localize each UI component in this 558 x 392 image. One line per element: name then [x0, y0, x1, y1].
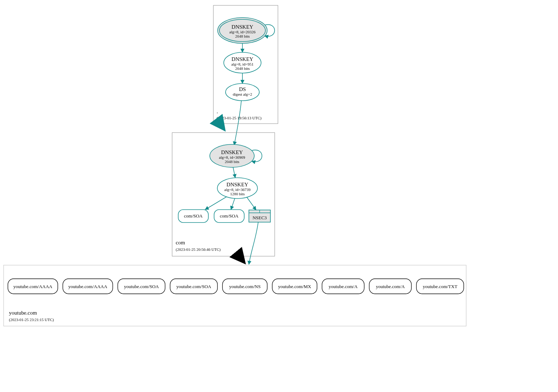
root-ds-title: DS: [239, 86, 246, 92]
edge-root-to-com-delegation: [219, 123, 224, 129]
rrset-label: youtube.com/AAAA: [13, 284, 52, 289]
com-nsec3-label: NSEC3: [252, 215, 267, 220]
rrset-pill[interactable]: youtube.com/SOA: [170, 279, 217, 294]
root-ds-alg: digest alg=2: [233, 92, 252, 96]
zone-com-title: com: [176, 240, 185, 245]
node-com-nsec3[interactable]: NSEC3: [249, 210, 270, 222]
zone-youtube-timestamp: (2023-01-25 23:21:15 UTC): [9, 317, 54, 322]
node-com-zsk[interactable]: DNSKEY alg=8, id=36739 1280 bits: [217, 178, 257, 199]
rrset-label: youtube.com/NS: [229, 284, 261, 289]
dnssec-diagram: DNSKEY alg=8, id=20326 2048 bits DNSKEY …: [0, 0, 558, 392]
zone-root-title: .: [217, 109, 218, 114]
rrset-label: youtube.com/TXT: [423, 284, 457, 289]
edge-com-ksk-to-zsk: [233, 167, 235, 178]
com-ksk-alg: alg=8, id=30909: [219, 155, 245, 159]
rrset-pill[interactable]: youtube.com/SOA: [118, 279, 165, 294]
rrset-pill[interactable]: youtube.com/A: [322, 279, 364, 294]
node-com-ksk[interactable]: DNSKEY alg=8, id=30909 2048 bits: [210, 144, 254, 167]
rrset-label: youtube.com/SOA: [124, 284, 159, 289]
rrset-pill[interactable]: youtube.com/NS: [222, 279, 267, 294]
node-root-ksk[interactable]: DNSKEY alg=8, id=20326 2048 bits: [218, 18, 267, 43]
rrset-pill[interactable]: youtube.com/AAAA: [63, 279, 113, 294]
zone-com-timestamp: (2023-01-25 20:56:46 UTC): [176, 247, 221, 252]
root-ksk-title: DNSKEY: [232, 24, 254, 30]
com-zsk-alg: alg=8, id=36739: [224, 187, 251, 192]
com-soa1-label: com/SOA: [184, 213, 203, 219]
root-ksk-alg: alg=8, id=20326: [230, 30, 256, 34]
zone-youtube-title: youtube.com: [9, 310, 37, 316]
com-soa2-label: com/SOA: [220, 213, 239, 219]
root-zsk-bits: 2048 bits: [235, 66, 250, 71]
root-ksk-bits: 2048 bits: [235, 34, 250, 38]
root-zsk-alg: alg=8, id=951: [231, 62, 254, 66]
edge-com-to-youtube-delegation: [239, 256, 244, 262]
node-root-ds[interactable]: DS digest alg=2: [226, 83, 259, 101]
node-com-soa-1[interactable]: com/SOA: [178, 210, 208, 223]
node-root-zsk[interactable]: DNSKEY alg=8, id=951 2048 bits: [224, 52, 261, 73]
com-zsk-bits: 1280 bits: [230, 192, 245, 196]
com-ksk-title: DNSKEY: [221, 149, 243, 155]
edge-ds-to-com-ksk: [234, 101, 241, 145]
zone-youtube: youtube.com/AAAAyoutube.com/AAAAyoutube.…: [4, 265, 466, 326]
rrset-label: youtube.com/AAAA: [68, 284, 107, 289]
edge-com-zsk-to-soa1: [205, 197, 227, 210]
edge-com-zsk-to-soa2: [231, 198, 235, 210]
com-zsk-title: DNSKEY: [227, 182, 249, 187]
rrset-label: youtube.com/A: [376, 284, 405, 289]
rrset-pill[interactable]: youtube.com/A: [369, 279, 412, 294]
rrset-label: youtube.com/MX: [278, 284, 312, 289]
zone-com: DNSKEY alg=8, id=30909 2048 bits DNSKEY …: [172, 133, 275, 256]
rrset-pill[interactable]: youtube.com/MX: [272, 279, 317, 294]
com-ksk-bits: 2048 bits: [225, 159, 240, 164]
zone-root: DNSKEY alg=8, id=20326 2048 bits DNSKEY …: [213, 5, 278, 124]
node-com-soa-2[interactable]: com/SOA: [214, 210, 244, 223]
edge-com-zsk-to-nsec3: [247, 197, 256, 210]
rrset-pill[interactable]: youtube.com/TXT: [416, 279, 464, 294]
rrset-label: youtube.com/A: [329, 284, 358, 289]
root-zsk-title: DNSKEY: [232, 56, 254, 62]
rrset-row: youtube.com/AAAAyoutube.com/AAAAyoutube.…: [8, 279, 464, 294]
svg-rect-13: [4, 265, 466, 326]
rrset-pill[interactable]: youtube.com/AAAA: [8, 279, 58, 294]
edge-nsec3-to-youtube: [249, 222, 258, 264]
rrset-label: youtube.com/SOA: [176, 284, 212, 289]
